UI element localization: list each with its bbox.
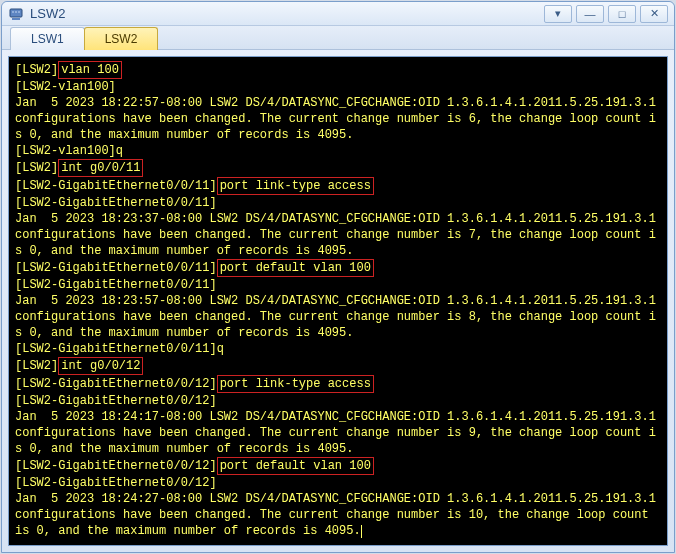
terminal-text: [LSW2-GigabitEthernet0/0/12]	[15, 377, 217, 391]
terminal-text: [LSW2-GigabitEthernet0/0/11]	[15, 261, 217, 275]
tab-label: LSW2	[105, 32, 138, 46]
terminal-line: [LSW2-GigabitEthernet0/0/11]port default…	[15, 259, 661, 277]
device-icon	[8, 6, 24, 22]
highlighted-command: port link-type access	[217, 375, 374, 393]
minimize-icon: —	[585, 8, 596, 20]
terminal-panel: [LSW2]vlan 100[LSW2-vlan100]Jan 5 2023 1…	[2, 50, 674, 552]
terminal-text: Jan 5 2023 18:22:57-08:00 LSW2 DS/4/DATA…	[15, 96, 663, 142]
terminal-text: [LSW2-vlan100]q	[15, 144, 123, 158]
maximize-icon: □	[619, 8, 626, 20]
tabstrip: LSW1LSW2	[2, 26, 674, 50]
terminal-text: [LSW2-GigabitEthernet0/0/12]	[15, 476, 217, 490]
terminal-line: [LSW2]int g0/0/11	[15, 159, 661, 177]
svg-point-4	[18, 11, 20, 13]
terminal-line: Jan 5 2023 18:24:27-08:00 LSW2 DS/4/DATA…	[15, 491, 661, 539]
terminal-line: [LSW2-GigabitEthernet0/0/12]	[15, 393, 661, 409]
svg-point-2	[12, 11, 14, 13]
tab-lsw2[interactable]: LSW2	[84, 27, 159, 50]
terminal-text: Jan 5 2023 18:24:27-08:00 LSW2 DS/4/DATA…	[15, 492, 663, 538]
terminal-text: [LSW2]	[15, 359, 58, 373]
highlighted-command: port default vlan 100	[217, 457, 374, 475]
terminal-line: Jan 5 2023 18:24:17-08:00 LSW2 DS/4/DATA…	[15, 409, 661, 457]
terminal-text: [LSW2]	[15, 63, 58, 77]
terminal-line: [LSW2-vlan100]	[15, 79, 661, 95]
close-icon: ✕	[650, 7, 659, 20]
terminal-line: [LSW2-GigabitEthernet0/0/11]	[15, 277, 661, 293]
window-controls: ▾ — □ ✕	[544, 5, 668, 23]
minimize-button[interactable]: —	[576, 5, 604, 23]
terminal-text: Jan 5 2023 18:24:17-08:00 LSW2 DS/4/DATA…	[15, 410, 663, 456]
terminal-text: Jan 5 2023 18:23:37-08:00 LSW2 DS/4/DATA…	[15, 212, 663, 258]
maximize-button[interactable]: □	[608, 5, 636, 23]
highlighted-command: int g0/0/11	[58, 159, 143, 177]
app-window: LSW2 ▾ — □ ✕ LSW1LSW2 [LSW2]vlan 100[LSW…	[1, 1, 675, 553]
terminal-text: [LSW2-GigabitEthernet0/0/11]	[15, 196, 217, 210]
tab-label: LSW1	[31, 32, 64, 46]
terminal-line: [LSW2-vlan100]q	[15, 143, 661, 159]
terminal-line: [LSW2-GigabitEthernet0/0/11]port link-ty…	[15, 177, 661, 195]
terminal-line: [LSW2-GigabitEthernet0/0/12]port default…	[15, 457, 661, 475]
highlighted-command: port default vlan 100	[217, 259, 374, 277]
window-title: LSW2	[30, 6, 544, 21]
terminal-text: [LSW2-GigabitEthernet0/0/12]	[15, 394, 217, 408]
terminal-text: [LSW2-vlan100]	[15, 80, 116, 94]
terminal-line: [LSW2]vlan 100	[15, 61, 661, 79]
terminal-line: [LSW2-GigabitEthernet0/0/11]q	[15, 341, 661, 357]
highlighted-command: int g0/0/12	[58, 357, 143, 375]
terminal-line: [LSW2-GigabitEthernet0/0/12]	[15, 475, 661, 491]
terminal-text: [LSW2]	[15, 161, 58, 175]
terminal-text: Jan 5 2023 18:23:57-08:00 LSW2 DS/4/DATA…	[15, 294, 663, 340]
text-cursor	[361, 525, 362, 538]
terminal-text: [LSW2-GigabitEthernet0/0/11]	[15, 278, 217, 292]
terminal-line: [LSW2-GigabitEthernet0/0/12]port link-ty…	[15, 375, 661, 393]
highlighted-command: vlan 100	[58, 61, 122, 79]
highlighted-command: port link-type access	[217, 177, 374, 195]
svg-rect-1	[12, 18, 20, 20]
menu-button[interactable]: ▾	[544, 5, 572, 23]
terminal-line: [LSW2-GigabitEthernet0/0/11]	[15, 195, 661, 211]
terminal-line: Jan 5 2023 18:22:57-08:00 LSW2 DS/4/DATA…	[15, 95, 661, 143]
svg-point-3	[15, 11, 17, 13]
terminal-text: [LSW2-GigabitEthernet0/0/11]q	[15, 342, 224, 356]
chevron-down-icon: ▾	[555, 7, 561, 20]
terminal-line: Jan 5 2023 18:23:37-08:00 LSW2 DS/4/DATA…	[15, 211, 661, 259]
titlebar[interactable]: LSW2 ▾ — □ ✕	[2, 2, 674, 26]
close-button[interactable]: ✕	[640, 5, 668, 23]
terminal-text: [LSW2-GigabitEthernet0/0/11]	[15, 179, 217, 193]
terminal-line: Jan 5 2023 18:23:57-08:00 LSW2 DS/4/DATA…	[15, 293, 661, 341]
svg-rect-0	[10, 9, 22, 17]
terminal-output[interactable]: [LSW2]vlan 100[LSW2-vlan100]Jan 5 2023 1…	[8, 56, 668, 546]
terminal-line: [LSW2]int g0/0/12	[15, 357, 661, 375]
tab-lsw1[interactable]: LSW1	[10, 27, 85, 50]
terminal-text: [LSW2-GigabitEthernet0/0/12]	[15, 459, 217, 473]
